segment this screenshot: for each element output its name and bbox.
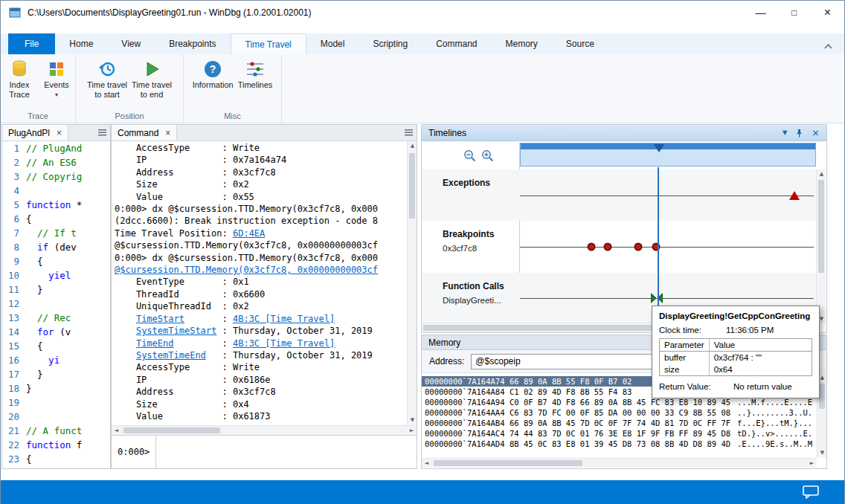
line-number: 4 [2, 185, 26, 199]
ribbon-tab-view[interactable]: View [107, 33, 155, 54]
ribbon-tab-command[interactable]: Command [422, 33, 491, 54]
status-bar [1, 480, 844, 504]
collapse-ribbon-icon[interactable] [824, 41, 832, 51]
timeline-cursor[interactable] [658, 167, 659, 310]
output-text [115, 338, 136, 349]
source-line: 8 if (dev [2, 242, 110, 256]
dml-link[interactable]: 4B:3C [Time Travel] [233, 314, 335, 324]
memory-address: 00000000`7A164AB4 [425, 418, 510, 428]
ribbon-tab-memory[interactable]: Memory [492, 33, 552, 54]
breakpoint-marker[interactable] [587, 242, 595, 251]
command-tab-label: Command [118, 128, 158, 138]
minimize-button[interactable]: — [744, 1, 777, 25]
ribbon-tab-home[interactable]: Home [55, 33, 107, 54]
ribbon-tab-breakpoints[interactable]: Breakpoints [155, 33, 230, 54]
command-prompt: 0:000> [112, 436, 156, 468]
source-line: 3// Copyrig [2, 171, 110, 185]
scrollbar-thumb[interactable] [819, 384, 825, 409]
scrollbar-thumb[interactable] [434, 460, 582, 466]
dml-link[interactable]: 6D:4EA [233, 228, 265, 239]
ribbon-button-label: Time travelto start [87, 80, 127, 100]
zoom-out-icon[interactable] [463, 149, 477, 165]
scroll-down-icon[interactable]: ▼ [408, 416, 417, 425]
exception-marker[interactable] [789, 191, 800, 200]
ribbon-button-label: IndexTrace [9, 80, 30, 100]
memory-row[interactable]: 00000000`7A164AA4C6 83 7D FC 00 0F 85 DA… [425, 407, 817, 418]
address-input[interactable] [471, 354, 655, 369]
line-number: 1 [2, 143, 26, 157]
ribbon-group-buttons: Time travelto startTime travelto end [76, 54, 183, 100]
timelines-icon [245, 58, 265, 80]
source-code[interactable]: 1// PlugAnd2// An ES63// Copyrig45functi… [2, 141, 110, 468]
command-output-line: UniqueThreadId : 0x2 [115, 300, 404, 312]
ribbon-tab-file[interactable]: File [8, 33, 55, 54]
ribbon-tab-scripting[interactable]: Scripting [359, 33, 422, 54]
memory-row[interactable]: 00000000`7A164AC474 44 83 7D 0C 01 76 3E… [425, 428, 817, 439]
pane-dropdown-icon[interactable]: ▼ [783, 130, 787, 136]
source-line: 23{ [2, 453, 110, 468]
pin-icon[interactable] [795, 129, 803, 138]
scroll-up-icon[interactable]: ▲ [817, 169, 826, 179]
scrollbar-thumb[interactable] [123, 427, 220, 433]
timeline-overview-band[interactable] [520, 143, 816, 167]
scrollbar-thumb[interactable] [409, 153, 415, 219]
scroll-up-icon[interactable]: ▲ [408, 141, 417, 151]
ribbon-button-time-travel-to-start[interactable]: Time travelto start [87, 58, 127, 100]
zoom-in-icon[interactable] [481, 149, 495, 165]
command-input[interactable] [156, 436, 417, 468]
timelines-header: Timelines ▼ × [422, 125, 826, 141]
breakpoint-marker[interactable] [652, 242, 660, 251]
code-text: function f [26, 439, 82, 453]
feedback-chat-icon[interactable] [803, 485, 819, 499]
time-travel-end-icon [142, 58, 161, 80]
scroll-left-icon[interactable]: ◄ [422, 459, 431, 468]
ribbon-button-information[interactable]: ?Information [193, 58, 234, 90]
dml-link[interactable]: TimeEnd [136, 338, 174, 349]
timeline-track-line [520, 298, 814, 299]
dml-link[interactable]: SystemTimeStart [136, 326, 216, 336]
ribbon-button-timelines[interactable]: Timelines [238, 58, 273, 90]
ribbon-tab-time-travel[interactable]: Time Travel [231, 33, 306, 54]
pane-menu-icon[interactable] [405, 129, 413, 136]
tab-command[interactable]: Command × [112, 125, 177, 140]
command-output[interactable]: AccessType : Write IP : 0x7a164a74 Addre… [112, 141, 407, 425]
line-number: 5 [2, 199, 26, 213]
ribbon-button-index-trace[interactable]: IndexTrace [3, 58, 36, 100]
command-output-line: Value : 0x55 [115, 191, 404, 203]
dml-link[interactable]: TimeStart [136, 314, 184, 324]
dml-link[interactable]: @$cursession.TTD.Memory(0x3cf7c8, 0x0000… [115, 265, 378, 275]
tab-source-file[interactable]: PlugAndPl × [2, 125, 68, 140]
close-tab-icon[interactable]: × [165, 129, 170, 138]
ribbon-button-label: Timelines [238, 80, 273, 90]
code-text: } [26, 284, 43, 298]
app-icon [9, 7, 21, 19]
source-tab-label: PlugAndPl [8, 128, 50, 138]
dml-link[interactable]: 4B:3C [Time Travel] [233, 338, 335, 349]
breakpoint-marker[interactable] [604, 242, 612, 251]
memory-row[interactable]: 00000000`7A164AD48B 45 0C 83 E8 01 39 45… [425, 439, 817, 449]
command-output-line: @$cursession.TTD.Memory(0x3cf7c8, 0x0000… [115, 239, 404, 251]
breakpoint-marker[interactable] [634, 242, 643, 251]
close-button[interactable]: × [811, 1, 844, 25]
maximize-button[interactable]: □ [777, 1, 811, 25]
close-pane-icon[interactable]: × [812, 128, 820, 138]
command-output-line: IP : 0x7a164a74 [115, 154, 404, 166]
memory-row[interactable]: 00000000`7A164AB466 89 0A 8B 45 7D 0C 0F… [425, 418, 817, 428]
ribbon-button-events[interactable]: Events▾ [40, 58, 73, 100]
close-tab-icon[interactable]: × [57, 129, 62, 138]
output-text: Address : 0x3cf7c8 [115, 387, 276, 397]
dml-link[interactable]: SystemTimeEnd [136, 350, 206, 361]
memory-row[interactable]: 00000000`7A164A94C0 0F B7 4D F8 66 89 0A… [425, 397, 817, 407]
pane-menu-icon[interactable] [98, 129, 106, 136]
output-text [115, 314, 136, 324]
timeline-band-cursor[interactable] [654, 144, 664, 152]
scrollbar-thumb[interactable] [818, 180, 824, 273]
scroll-right-icon[interactable]: ► [807, 459, 817, 468]
scroll-down-icon[interactable]: ▼ [817, 448, 827, 458]
ribbon-tab-source[interactable]: Source [552, 33, 608, 54]
scrollbar-thumb[interactable] [423, 325, 680, 331]
line-number: 13 [2, 312, 26, 326]
ribbon-tab-model[interactable]: Model [306, 33, 359, 54]
ribbon-button-time-travel-to-end[interactable]: Time travelto end [132, 58, 172, 100]
ribbon-button-label: Information [193, 80, 234, 90]
